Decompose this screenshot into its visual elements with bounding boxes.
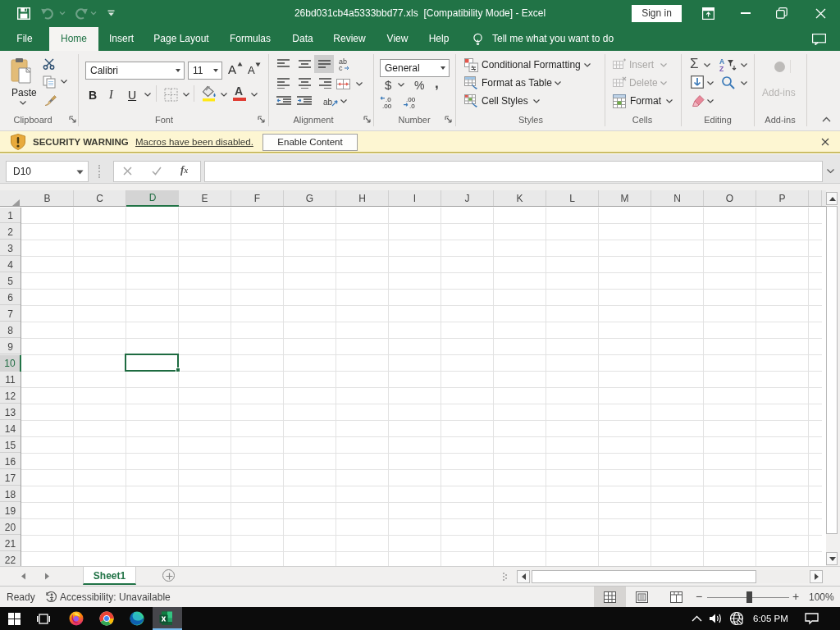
svg-text:.0: .0: [409, 103, 415, 109]
svg-text:Z: Z: [719, 65, 724, 72]
svg-text:.00: .00: [382, 103, 392, 109]
svg-text:c: c: [339, 64, 343, 71]
svg-text:ab: ab: [323, 98, 333, 107]
